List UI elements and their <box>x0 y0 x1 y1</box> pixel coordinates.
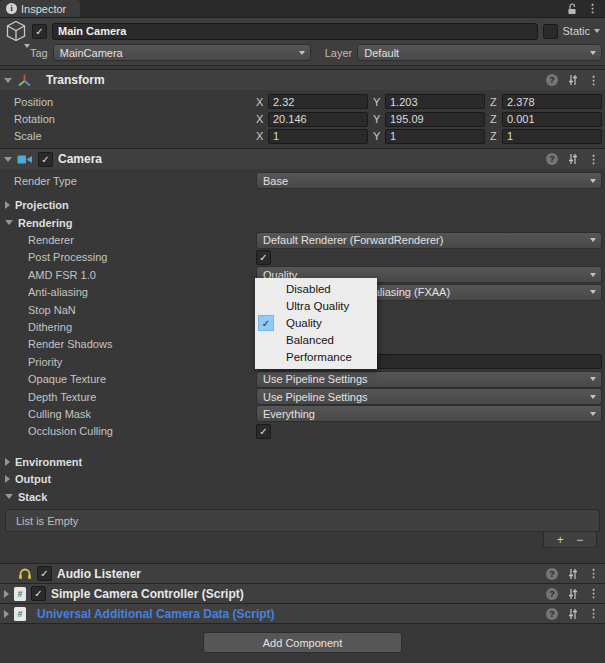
camera-icon <box>17 153 33 166</box>
layer-dropdown[interactable]: Default <box>357 44 602 61</box>
help-icon[interactable]: ? <box>546 608 558 620</box>
post-processing-row: Post Processing ✓ <box>0 249 605 266</box>
presets-icon[interactable] <box>567 74 579 86</box>
foldout-open-icon <box>5 220 13 225</box>
camera-enabled-checkbox[interactable]: ✓ <box>38 152 53 167</box>
active-checkbox[interactable]: ✓ <box>32 24 47 39</box>
rendering-label: Rendering <box>18 217 72 229</box>
rotation-x-field[interactable]: 20.146 <box>268 112 368 127</box>
axis-y-label: Y <box>373 96 382 108</box>
name-input[interactable]: Main Camera <box>52 23 538 40</box>
position-z-field[interactable]: 2.378 <box>502 94 602 109</box>
foldout-closed-icon <box>5 458 10 466</box>
rotation-y-field[interactable]: 195.09 <box>385 112 485 127</box>
popup-item-balanced[interactable]: Balanced <box>255 332 377 349</box>
help-icon[interactable]: ? <box>546 588 558 600</box>
gameobject-icon-caret <box>24 44 30 48</box>
add-to-list-button[interactable]: + <box>557 534 564 546</box>
selected-check-icon: ✓ <box>258 315 274 331</box>
audio-listener-checkbox[interactable]: ✓ <box>37 566 52 581</box>
dropdown-arrow-icon <box>590 290 596 294</box>
popup-item-ultra-quality[interactable]: Ultra Quality <box>255 297 377 314</box>
transform-header[interactable]: Transform ? ⋮ <box>0 69 605 90</box>
static-label: Static <box>562 25 590 37</box>
output-label: Output <box>15 473 51 485</box>
gameobject-icon-group[interactable] <box>0 20 32 42</box>
kebab-menu-icon[interactable]: ⋮ <box>588 608 599 619</box>
rendering-foldout[interactable]: Rendering <box>0 214 605 231</box>
gameobject-header: ✓ Main Camera Static Tag MainCamera Laye… <box>0 18 605 66</box>
help-icon[interactable]: ? <box>546 568 558 580</box>
presets-icon[interactable] <box>567 608 579 620</box>
kebab-menu-icon[interactable]: ⋮ <box>588 568 599 579</box>
dropdown-arrow-icon <box>590 273 596 277</box>
lock-icon[interactable] <box>567 3 577 15</box>
static-dropdown-icon[interactable] <box>594 29 600 33</box>
depth-texture-label: Depth Texture <box>28 391 256 403</box>
foldout-closed-icon[interactable] <box>4 610 9 618</box>
tag-dropdown[interactable]: MainCamera <box>53 44 311 61</box>
foldout-open-icon[interactable] <box>4 157 12 162</box>
output-foldout[interactable]: Output <box>0 470 605 487</box>
depth-texture-dropdown[interactable]: Use Pipeline Settings <box>256 388 602 405</box>
axis-y-label: Y <box>373 130 382 142</box>
remove-from-list-button[interactable]: − <box>576 534 583 546</box>
foldout-open-icon[interactable] <box>4 78 12 83</box>
audio-listener-header[interactable]: ✓ Audio Listener ? ⋮ <box>0 563 605 583</box>
opaque-texture-dropdown[interactable]: Use Pipeline Settings <box>256 371 602 388</box>
anti-aliasing-label: Anti-aliasing <box>28 286 256 298</box>
rotation-z-field[interactable]: 0.001 <box>502 112 602 127</box>
presets-icon[interactable] <box>567 153 579 165</box>
kebab-menu-icon[interactable]: ⋮ <box>588 588 599 599</box>
scale-label: Scale <box>14 130 256 142</box>
layer-label: Layer <box>325 47 353 59</box>
foldout-closed-icon[interactable] <box>4 590 9 598</box>
axis-x-label: X <box>256 96 265 108</box>
axis-z-label: Z <box>490 130 499 142</box>
camera-controller-header[interactable]: # ✓ Simple Camera Controller (Script) ? … <box>0 583 605 603</box>
post-processing-checkbox[interactable]: ✓ <box>256 250 271 265</box>
static-checkbox[interactable] <box>543 24 558 39</box>
help-icon[interactable]: ? <box>546 153 558 165</box>
scale-x-field[interactable]: 1 <box>268 129 368 144</box>
render-type-row: Render Type Base <box>0 172 605 189</box>
renderer-row: Renderer Default Renderer (ForwardRender… <box>0 231 605 248</box>
depth-texture-row: Depth Texture Use Pipeline Settings <box>0 388 605 405</box>
camera-controller-checkbox[interactable]: ✓ <box>31 586 46 601</box>
presets-icon[interactable] <box>567 588 579 600</box>
axis-z-label: Z <box>490 96 499 108</box>
additional-camera-data-header[interactable]: # Universal Additional Camera Data (Scri… <box>0 603 605 624</box>
environment-foldout[interactable]: Environment <box>0 453 605 470</box>
scale-z-field[interactable]: 1 <box>502 129 602 144</box>
axis-z-label: Z <box>490 113 499 125</box>
help-icon[interactable]: ? <box>546 74 558 86</box>
projection-foldout[interactable]: Projection <box>0 197 605 214</box>
popup-item-performance[interactable]: Performance <box>255 349 377 366</box>
occlusion-culling-checkbox[interactable]: ✓ <box>256 424 271 439</box>
position-y-field[interactable]: 1.203 <box>385 94 485 109</box>
dropdown-arrow-icon <box>590 179 596 183</box>
camera-header[interactable]: ✓ Camera ? ⋮ <box>0 148 605 169</box>
tag-value: MainCamera <box>60 47 123 59</box>
culling-mask-dropdown[interactable]: Everything <box>256 405 602 422</box>
render-type-label: Render Type <box>14 175 256 187</box>
render-type-dropdown[interactable]: Base <box>256 172 602 189</box>
kebab-menu-icon[interactable]: ⋮ <box>587 3 598 14</box>
popup-item-disabled[interactable]: Disabled <box>255 280 377 297</box>
add-component-button[interactable]: Add Component <box>203 632 402 653</box>
kebab-menu-icon[interactable]: ⋮ <box>588 154 599 165</box>
culling-mask-row: Culling Mask Everything <box>0 405 605 422</box>
opaque-texture-value: Use Pipeline Settings <box>263 373 368 385</box>
fsr-label: AMD FSR 1.0 <box>28 269 256 281</box>
tab-inspector[interactable]: i Inspector <box>0 0 80 17</box>
presets-icon[interactable] <box>567 568 579 580</box>
stack-foldout[interactable]: Stack <box>0 488 605 505</box>
rotation-row: Rotation X20.146 Y195.09 Z0.001 <box>0 110 605 127</box>
scale-y-field[interactable]: 1 <box>385 129 485 144</box>
position-x-field[interactable]: 2.32 <box>268 94 368 109</box>
kebab-menu-icon[interactable]: ⋮ <box>588 75 599 86</box>
list-footer-toolbar: + − <box>543 532 597 548</box>
renderer-dropdown[interactable]: Default Renderer (ForwardRenderer) <box>256 232 602 249</box>
inspector-window: i Inspector ⋮ ✓ Main Camera <box>0 0 605 663</box>
popup-item-quality[interactable]: ✓ Quality <box>255 314 377 331</box>
